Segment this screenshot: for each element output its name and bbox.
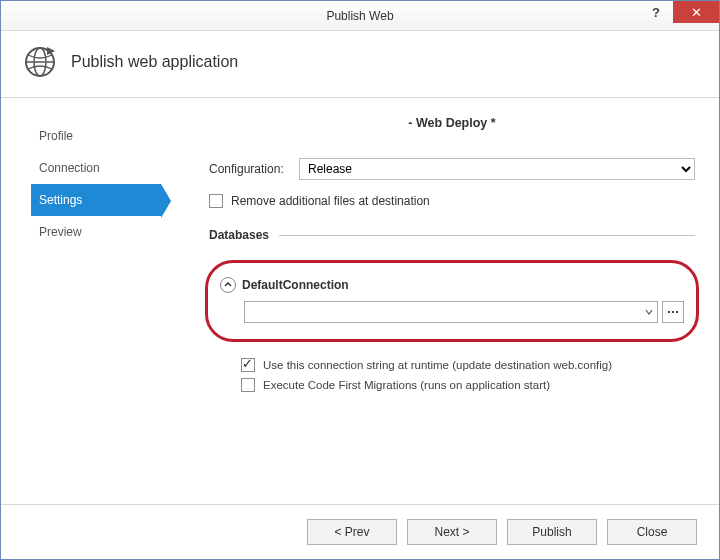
execute-migrations-label: Execute Code First Migrations (runs on a…	[263, 379, 550, 391]
connection-string-combo[interactable]	[244, 301, 658, 323]
db-connection-name: DefaultConnection	[242, 278, 349, 292]
main-panel: - Web Deploy * Configuration: Release Re…	[171, 98, 719, 504]
sidebar-item-preview[interactable]: Preview	[31, 216, 161, 248]
sidebar-item-settings[interactable]: Settings	[31, 184, 161, 216]
configuration-label: Configuration:	[209, 162, 299, 176]
browse-connection-button[interactable]	[662, 301, 684, 323]
remove-files-checkbox[interactable]	[209, 194, 223, 208]
sidebar-item-connection[interactable]: Connection	[31, 152, 161, 184]
help-button[interactable]: ?	[639, 1, 673, 23]
prev-button[interactable]: < Prev	[307, 519, 397, 545]
close-button[interactable]: Close	[607, 519, 697, 545]
window-title: Publish Web	[326, 9, 393, 23]
sidebar-item-profile[interactable]: Profile	[31, 120, 161, 152]
globe-publish-icon	[23, 45, 57, 79]
execute-migrations-checkbox[interactable]	[241, 378, 255, 392]
collapse-toggle[interactable]	[220, 277, 236, 293]
configuration-select[interactable]: Release	[299, 158, 695, 180]
use-connection-label: Use this connection string at runtime (u…	[263, 359, 612, 371]
wizard-sidebar: Profile Connection Settings Preview	[1, 98, 171, 504]
remove-files-label: Remove additional files at destination	[231, 194, 430, 208]
use-connection-checkbox[interactable]	[241, 358, 255, 372]
chevron-down-icon	[645, 308, 653, 316]
header-title: Publish web application	[71, 53, 238, 71]
dialog-header: Publish web application	[1, 31, 719, 98]
databases-section-label: Databases	[209, 228, 269, 242]
publish-button[interactable]: Publish	[507, 519, 597, 545]
close-window-button[interactable]: ✕	[673, 1, 719, 23]
dialog-footer: < Prev Next > Publish Close	[1, 504, 719, 558]
deploy-method-title: - Web Deploy *	[209, 116, 695, 130]
title-bar: Publish Web ? ✕	[1, 1, 719, 31]
next-button[interactable]: Next >	[407, 519, 497, 545]
default-connection-highlight: DefaultConnection	[205, 260, 699, 342]
